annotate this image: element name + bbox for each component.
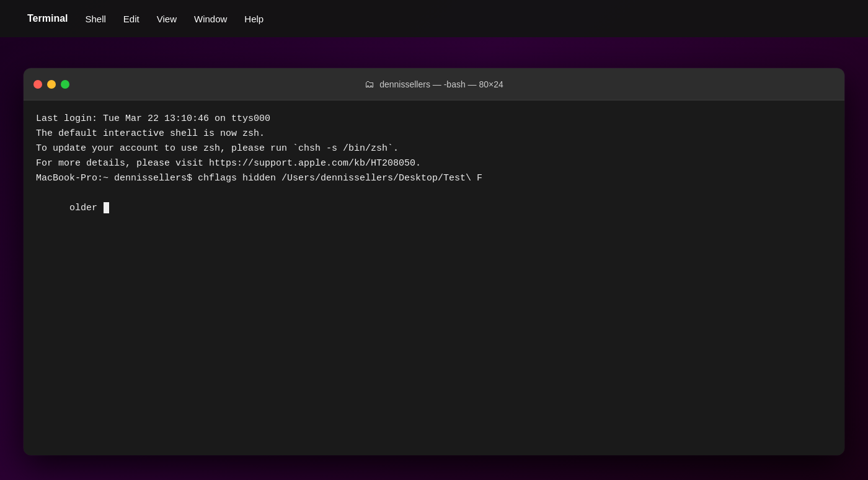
window-title: dennissellers — -bash — 80×24 [379,79,503,89]
window-title-area: 🗂 dennissellers — -bash — 80×24 [365,79,503,90]
menubar-view[interactable]: View [157,14,177,24]
minimize-button[interactable] [47,80,56,89]
close-button[interactable] [33,80,42,89]
folder-icon: 🗂 [365,79,374,90]
terminal-line-1: Last login: Tue Mar 22 13:10:46 on ttys0… [36,112,832,127]
terminal-line-3: The default interactive shell is now zsh… [36,127,832,141]
menubar-terminal[interactable]: Terminal [27,13,68,24]
window-buttons [33,80,69,89]
menubar-help[interactable]: Help [244,14,264,24]
maximize-button[interactable] [61,80,69,89]
terminal-line-7: older [36,186,832,231]
menubar-shell[interactable]: Shell [86,14,106,24]
terminal-line-5: For more details, please visit https://s… [36,156,832,171]
menubar: Terminal Shell Edit View Window Help [0,0,868,37]
terminal-line-6: MacBook-Pro:~ dennissellers$ chflags hid… [36,171,832,186]
menubar-window[interactable]: Window [194,14,227,24]
terminal-window: 🗂 dennissellers — -bash — 80×24 Last log… [24,68,844,455]
terminal-body[interactable]: Last login: Tue Mar 22 13:10:46 on ttys0… [24,100,844,455]
menubar-edit[interactable]: Edit [123,14,140,24]
terminal-cursor [104,202,109,213]
terminal-line-4: To update your account to use zsh, pleas… [36,141,832,156]
title-bar: 🗂 dennissellers — -bash — 80×24 [24,68,844,100]
